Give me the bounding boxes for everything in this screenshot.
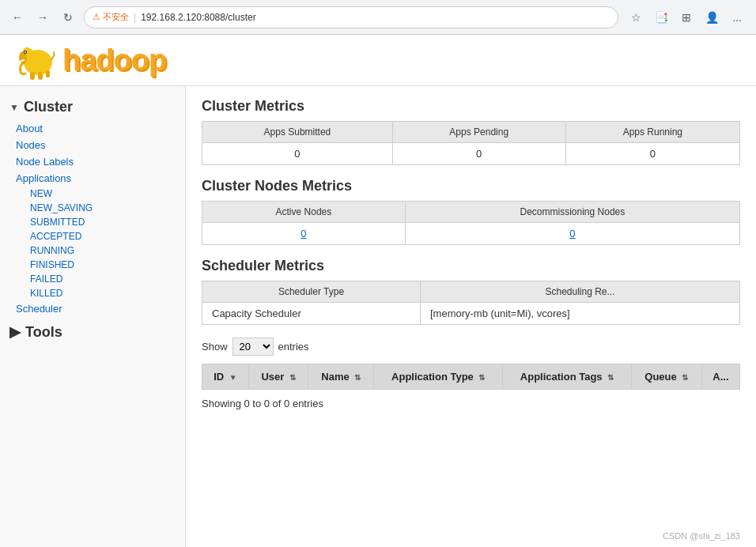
apps-subnav: NEW NEW_SAVING SUBMITTED ACCEPTED RUNNIN… xyxy=(9,187,176,300)
sidebar-item-nodes[interactable]: Nodes xyxy=(9,137,176,153)
apps-table-header-row: ID ▼ User ⇅ Name ⇅ Application Type xyxy=(202,364,740,390)
browser-chrome: ← → ↻ ⚠ 不安全 | 192.168.2.120:8088/cluster… xyxy=(0,0,756,35)
sidebar-item-scheduler[interactable]: Scheduler xyxy=(9,300,176,317)
user-sort-icon: ⇅ xyxy=(289,373,296,382)
cluster-nodes-row: 0 0 xyxy=(202,223,740,245)
applications-table: ID ▼ User ⇅ Name ⇅ Application Type xyxy=(202,364,740,390)
reading-list-button[interactable]: 📑 xyxy=(650,6,672,28)
tools-arrow-icon: ▶ xyxy=(9,323,21,341)
url-text: 192.168.2.120:8088/cluster xyxy=(141,12,610,23)
app-type-sort-icon: ⇅ xyxy=(478,373,485,382)
profile-button[interactable]: 👤 xyxy=(701,6,723,28)
showing-entries-text: Showing 0 to 0 of 0 entries xyxy=(202,398,740,409)
apps-running-value: 0 xyxy=(565,143,739,165)
hadoop-elephant-icon xyxy=(16,40,59,80)
apps-running-header: Apps Running xyxy=(565,122,739,143)
page-header: hadoop xyxy=(0,35,756,86)
cluster-nodes-metrics-table: Active Nodes Decommissioning Nodes 0 0 xyxy=(202,201,740,245)
svg-rect-7 xyxy=(38,72,43,80)
name-sort-icon: ⇅ xyxy=(354,373,361,382)
scheduling-resource-value: [memory-mb (unit=Mi), vcores] xyxy=(420,303,739,325)
cluster-metrics-title: Cluster Metrics xyxy=(202,98,740,115)
id-column-header[interactable]: ID ▼ xyxy=(202,364,249,390)
sidebar-item-node-labels[interactable]: Node Labels xyxy=(9,153,176,170)
show-entries-control: Show 10 20 50 100 entries xyxy=(202,338,740,356)
scheduler-metrics-table: Scheduler Type Scheduling Re... Capacity… xyxy=(202,281,740,325)
extra-column-header[interactable]: A... xyxy=(701,364,739,390)
sidebar-item-applications[interactable]: Applications xyxy=(9,170,176,187)
refresh-button[interactable]: ↻ xyxy=(59,8,77,27)
sidebar-item-submitted[interactable]: SUBMITTED xyxy=(25,215,176,229)
scheduling-resource-header: Scheduling Re... xyxy=(420,281,739,303)
back-button[interactable]: ← xyxy=(8,8,27,27)
svg-point-5 xyxy=(25,51,26,53)
id-sort-icon: ▼ xyxy=(229,373,237,382)
decommissioning-nodes-value[interactable]: 0 xyxy=(405,223,739,245)
app-tags-sort-icon: ⇅ xyxy=(607,373,614,382)
decommissioning-nodes-header: Decommissioning Nodes xyxy=(405,202,739,223)
svg-rect-6 xyxy=(30,72,35,80)
queue-column-header[interactable]: Queue ⇅ xyxy=(631,364,701,390)
scheduler-row: Capacity Scheduler [memory-mb (unit=Mi),… xyxy=(202,303,740,325)
entries-label: entries xyxy=(278,341,309,353)
scheduler-type-value: Capacity Scheduler xyxy=(202,303,421,325)
cluster-label: Cluster xyxy=(24,99,73,115)
separator: | xyxy=(134,12,136,23)
cluster-section-header[interactable]: ▼ Cluster xyxy=(0,94,185,120)
active-nodes-value[interactable]: 0 xyxy=(202,223,406,245)
hadoop-logo-text: hadoop xyxy=(62,43,166,77)
cluster-nodes-metrics-title: Cluster Nodes Metrics xyxy=(202,178,740,194)
main-content: ▼ Cluster About Nodes Node Labels Applic… xyxy=(0,86,756,547)
more-button[interactable]: ... xyxy=(726,6,748,28)
application-tags-column-header[interactable]: Application Tags ⇅ xyxy=(503,364,632,390)
entries-select[interactable]: 10 20 50 100 xyxy=(232,338,274,356)
apps-submitted-value: 0 xyxy=(202,143,393,165)
scheduler-type-header: Scheduler Type xyxy=(202,281,421,303)
favorites-button[interactable]: ☆ xyxy=(625,6,647,28)
name-column-header[interactable]: Name ⇅ xyxy=(308,364,374,390)
address-bar[interactable]: ⚠ 不安全 | 192.168.2.120:8088/cluster xyxy=(84,6,618,28)
user-column-header[interactable]: User ⇅ xyxy=(249,364,308,390)
security-warning: ⚠ 不安全 xyxy=(93,11,129,23)
apps-pending-value: 0 xyxy=(392,143,565,165)
sidebar-item-new-saving[interactable]: NEW_SAVING xyxy=(25,201,176,215)
sidebar-nav: About Nodes Node Labels Applications NEW… xyxy=(0,120,185,317)
svg-rect-8 xyxy=(46,70,50,77)
apps-pending-header: Apps Pending xyxy=(392,122,565,143)
scheduler-metrics-title: Scheduler Metrics xyxy=(202,258,740,274)
sidebar-item-running[interactable]: RUNNING xyxy=(25,243,176,258)
cluster-metrics-table: Apps Submitted Apps Pending Apps Running… xyxy=(202,121,740,165)
application-type-column-header[interactable]: Application Type ⇅ xyxy=(374,364,503,390)
tools-label: Tools xyxy=(25,324,62,341)
cluster-metrics-row: 0 0 0 xyxy=(202,143,740,165)
hadoop-logo: hadoop xyxy=(16,40,166,80)
content-area: Cluster Metrics Apps Submitted Apps Pend… xyxy=(186,86,756,547)
browser-actions: ☆ 📑 ⊞ 👤 ... xyxy=(625,6,748,28)
sidebar-item-killed[interactable]: KILLED xyxy=(25,286,176,300)
queue-sort-icon: ⇅ xyxy=(682,373,688,382)
sidebar-item-new[interactable]: NEW xyxy=(25,187,176,201)
footer-credit: CSDN @shi_zi_183 xyxy=(663,531,740,541)
page-wrapper: hadoop ▼ Cluster About Nodes Node Labels… xyxy=(0,35,756,547)
show-label: Show xyxy=(202,341,228,353)
tools-section-header[interactable]: ▶ Tools xyxy=(0,317,185,347)
active-nodes-header: Active Nodes xyxy=(202,202,406,223)
apps-submitted-header: Apps Submitted xyxy=(202,122,393,143)
sidebar-item-accepted[interactable]: ACCEPTED xyxy=(25,229,176,243)
sidebar-item-failed[interactable]: FAILED xyxy=(25,272,176,286)
forward-button[interactable]: → xyxy=(33,8,52,27)
collections-button[interactable]: ⊞ xyxy=(675,6,697,28)
cluster-arrow-icon: ▼ xyxy=(9,102,19,113)
sidebar-item-finished[interactable]: FINISHED xyxy=(25,258,176,272)
sidebar-item-about[interactable]: About xyxy=(9,120,176,137)
sidebar: ▼ Cluster About Nodes Node Labels Applic… xyxy=(0,86,186,547)
